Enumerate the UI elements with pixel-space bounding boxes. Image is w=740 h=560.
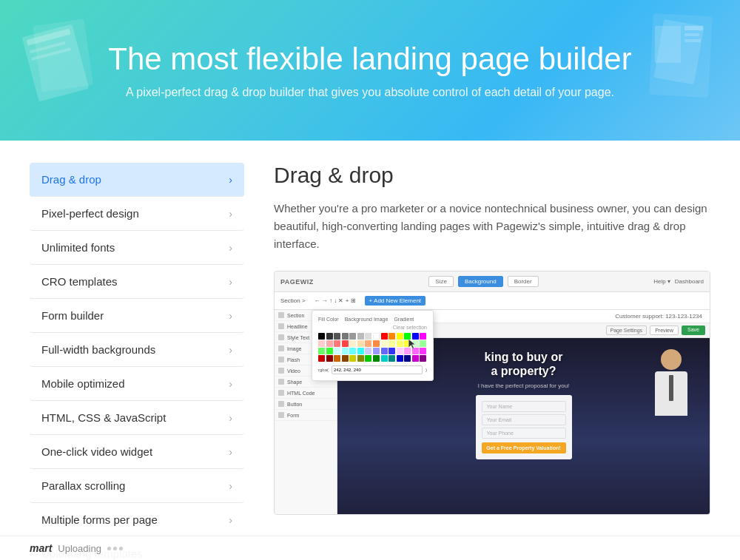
hero-decor-right-icon [636, 7, 725, 104]
toolbar-icons: ← → ↑ ↓ ✕ + ⊞ [314, 297, 356, 304]
section-icon [278, 312, 284, 318]
editor-actions: Help ▾ Dashboard [653, 278, 704, 285]
editor-brand: PAGEWIZ [280, 278, 314, 286]
panel-label: Button [287, 402, 302, 407]
background-image-tab[interactable]: Background Image [345, 317, 388, 322]
sidebar-item-form-builder[interactable]: Form builder › [30, 299, 244, 333]
panel-label: Image [287, 346, 301, 351]
chevron-right-icon: › [229, 310, 232, 322]
content-area: Drag & drop Whether you're a pro markete… [274, 163, 710, 560]
panel-label: HTML Code [287, 391, 314, 396]
person-silhouette [650, 349, 691, 445]
color-hex-input[interactable] [332, 365, 423, 374]
bottom-bar: mart Uploading [0, 536, 740, 560]
fill-color-tab[interactable]: Fill Color [318, 317, 339, 322]
panel-label: Form [287, 413, 299, 418]
chevron-right-icon: › [229, 242, 232, 254]
panel-label: Flash [287, 357, 300, 362]
svg-rect-9 [684, 33, 699, 36]
image-icon [278, 345, 284, 351]
customer-support-label: Customer support: 123-123-1234 [615, 313, 702, 320]
panel-label: Headline [287, 324, 308, 329]
content-title: Drag & drop [274, 163, 710, 188]
tab-border[interactable]: Border [508, 276, 539, 287]
video-icon [278, 368, 284, 374]
flash-icon [278, 357, 284, 362]
clear-selection-btn[interactable]: Clear selection [318, 325, 427, 330]
sidebar-item-unlimited-fonts[interactable]: Unlimited fonts › [30, 231, 244, 265]
sidebar-item-parallax[interactable]: Parallax scrolling › [30, 469, 244, 503]
panel-label: Video [287, 368, 300, 374]
help-link[interactable]: Help ▾ [653, 278, 670, 285]
chevron-right-icon: › [229, 514, 232, 526]
editor-tabs: Size Background Border [428, 276, 538, 287]
main-content: Drag & drop › Pixel-perfect design › Unl… [0, 141, 740, 560]
brand-logo: mart [30, 542, 52, 554]
cursor-icon [406, 338, 418, 350]
headline-icon [278, 323, 284, 329]
svg-rect-10 [684, 39, 701, 42]
form-icon [278, 412, 284, 418]
editor-preview: PAGEWIZ Size Background Border Help ▾ Da… [274, 271, 710, 515]
hex-close: ) [426, 368, 427, 372]
sidebar-item-multiple-forms[interactable]: Multiple forms per page › [30, 503, 244, 537]
panel-item-button[interactable]: Button [275, 399, 337, 410]
lp-input-email[interactable]: Your Email [482, 414, 566, 425]
panel-item-html[interactable]: HTML Code [275, 388, 337, 399]
shape-icon [278, 379, 284, 385]
chevron-right-icon: › [229, 174, 232, 186]
chevron-right-icon: › [229, 480, 232, 492]
svg-rect-8 [684, 26, 703, 30]
hero-subtitle: A pixel-perfect drag & drop builder that… [126, 86, 614, 99]
panel-label: Section [287, 313, 304, 318]
section-label: Section > [280, 297, 306, 304]
lp-cta-button[interactable]: Get a Free Property Valuation! [482, 442, 566, 453]
editor-toolbar: Section > ← → ↑ ↓ ✕ + ⊞ + Add New Elemen… [275, 292, 710, 310]
sidebar-item-video-widget[interactable]: One-click video widget › [30, 435, 244, 469]
chevron-right-icon: › [229, 276, 232, 288]
chevron-right-icon: › [229, 412, 232, 424]
chevron-right-icon: › [229, 378, 232, 390]
add-new-element-btn[interactable]: + Add New Element [365, 296, 426, 306]
hero-decor-left-icon [15, 7, 104, 104]
hero-title: The most flexible landing page builder [108, 41, 631, 77]
content-description: Whether you're a pro marketer or a novic… [274, 200, 710, 253]
chevron-right-icon: › [229, 208, 232, 220]
chevron-right-icon: › [229, 344, 232, 356]
hex-label: rgba( [318, 368, 329, 372]
tab-background[interactable]: Background [458, 276, 503, 287]
chevron-right-icon: › [229, 446, 232, 458]
lp-input-phone[interactable]: Your Phone [482, 428, 566, 439]
page-settings-btn[interactable]: Page Settings [606, 325, 648, 335]
editor-body: Section Headline Style Text Image [275, 310, 710, 514]
sidebar-item-cro-templates[interactable]: CRO templates › [30, 265, 244, 299]
hero-section: The most flexible landing page builder A… [0, 0, 740, 141]
dashboard-link[interactable]: Dashboard [675, 278, 704, 285]
sidebar-item-mobile-optimized[interactable]: Mobile optimized › [30, 367, 244, 401]
html-icon [278, 390, 284, 396]
sidebar-item-drag-drop[interactable]: Drag & drop › [30, 163, 244, 197]
panel-label: Shape [287, 379, 302, 385]
sidebar: Drag & drop › Pixel-perfect design › Unl… [30, 163, 244, 560]
svg-rect-7 [655, 26, 681, 63]
sidebar-item-html-css[interactable]: HTML, CSS & JavaScript › [30, 401, 244, 435]
lp-headline: king to buy or a property? [485, 350, 563, 378]
sidebar-item-pixel-perfect[interactable]: Pixel-perfect design › [30, 197, 244, 231]
lp-subheadline: I have the perfect proposal for you! [478, 382, 570, 389]
sidebar-item-full-width[interactable]: Full-width backgrounds › [30, 333, 244, 367]
button-icon [278, 401, 284, 407]
loading-dots [107, 547, 123, 550]
preview-btn[interactable]: Preview [650, 325, 679, 335]
loading-status: Uploading [58, 543, 101, 554]
save-btn[interactable]: Save [682, 325, 705, 335]
lp-form: Your Name Your Email Your Phone Get a Fr… [476, 395, 572, 459]
editor-top-bar: PAGEWIZ Size Background Border Help ▾ Da… [275, 271, 710, 292]
tab-size[interactable]: Size [428, 276, 454, 287]
lp-input-name[interactable]: Your Name [482, 401, 566, 412]
panel-item-form[interactable]: Form [275, 410, 337, 421]
styletext-icon [278, 334, 284, 340]
color-hex-input-row: rgba( ) [318, 365, 427, 374]
panel-label: Style Text [287, 335, 309, 340]
gradient-tab[interactable]: Gradient [394, 317, 414, 322]
